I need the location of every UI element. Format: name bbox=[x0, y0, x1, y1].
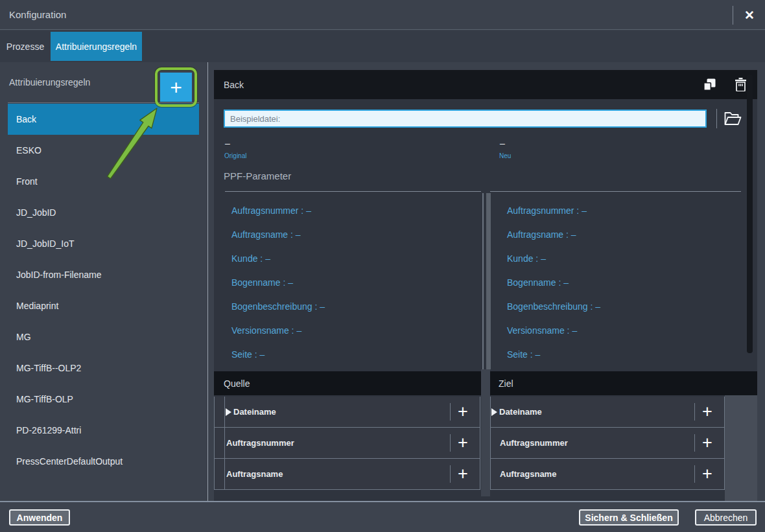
target-row-auftragsnummer[interactable]: Auftragsnummer + bbox=[491, 428, 724, 459]
ppf-parameter-heading: PPF-Parameter bbox=[224, 170, 291, 181]
original-label: Original bbox=[224, 152, 246, 159]
add-target-mapping-button[interactable]: + bbox=[697, 428, 718, 458]
vertical-scrollbar[interactable] bbox=[747, 75, 753, 353]
ppf-field: Kunde : – bbox=[507, 246, 753, 270]
source-row-auftragsname[interactable]: Auftragsname + bbox=[215, 459, 480, 490]
sidebar-item-mg-tiffb--olp2[interactable]: MG-TiffB--OLP2 bbox=[8, 353, 199, 384]
close-icon[interactable]: ✕ bbox=[740, 6, 759, 25]
tab-prozesse[interactable]: Prozesse bbox=[0, 32, 51, 61]
expander-icon[interactable] bbox=[491, 408, 497, 416]
column-divider-line bbox=[482, 193, 484, 369]
save-and-close-button[interactable]: Sichern & Schließen bbox=[579, 509, 679, 526]
ppf-original-column: Auftragsnummer : – Auftragsname : – Kund… bbox=[231, 198, 478, 366]
ppf-field: Auftragsname : – bbox=[231, 222, 478, 246]
annotation-arrow bbox=[97, 97, 169, 188]
add-source-mapping-button[interactable]: + bbox=[453, 459, 473, 489]
add-target-mapping-button[interactable]: + bbox=[697, 397, 718, 427]
column-divider-bar bbox=[486, 193, 491, 369]
target-rows: Dateiname + Auftragsnummer + Auftragsnam… bbox=[490, 397, 725, 490]
sample-file-input[interactable] bbox=[224, 110, 707, 128]
ppf-field: Bogenbeschreibung : – bbox=[231, 294, 478, 318]
sidebar-item-pd-261299-attri[interactable]: PD-261299-Attri bbox=[8, 415, 199, 446]
ppf-field: Kunde : – bbox=[231, 246, 478, 270]
apply-button[interactable]: Anwenden bbox=[9, 509, 70, 526]
ppf-field: Bogenname : – bbox=[507, 270, 753, 294]
titlebar-divider bbox=[733, 6, 733, 25]
input-folder-divider bbox=[716, 109, 717, 128]
sidebar-item-mg[interactable]: MG bbox=[8, 321, 199, 353]
add-source-mapping-button[interactable]: + bbox=[453, 428, 473, 458]
new-label: Neu bbox=[499, 152, 511, 159]
sidebar-item-presscenterdefaultoutput[interactable]: PressCenterDefaultOutput bbox=[8, 446, 199, 477]
column-divider-strip bbox=[481, 369, 490, 496]
dialog-title: Konfiguration bbox=[9, 9, 66, 20]
original-value: – bbox=[225, 138, 230, 148]
rule-detail-panel: Back – Original – Neu PPF-Parameter bbox=[214, 70, 757, 502]
ppf-field: Seite : – bbox=[507, 342, 753, 366]
cancel-button[interactable]: Abbrechen bbox=[695, 509, 757, 526]
ppf-field: Seite : – bbox=[231, 342, 478, 366]
ppf-field: Auftragsnummer : – bbox=[507, 198, 753, 222]
ppf-rule-right bbox=[490, 191, 741, 192]
ppf-field: Versionsname : – bbox=[507, 318, 753, 342]
delete-rule-icon[interactable] bbox=[735, 78, 746, 91]
title-bar: Konfiguration ✕ bbox=[0, 0, 765, 30]
ppf-field: Auftragsnummer : – bbox=[231, 198, 478, 222]
target-row-auftragsname[interactable]: Auftragsname + bbox=[491, 459, 724, 490]
sidebar-header: Attribuierungsregeln bbox=[9, 77, 90, 87]
ppf-field: Bogenbeschreibung : – bbox=[507, 294, 753, 318]
ppf-field: Versionsname : – bbox=[231, 318, 478, 342]
duplicate-rule-icon[interactable] bbox=[703, 78, 716, 91]
add-source-mapping-button[interactable]: + bbox=[453, 397, 473, 427]
source-section-header: Quelle bbox=[214, 371, 481, 395]
source-row-dateiname[interactable]: Dateiname + bbox=[215, 397, 480, 428]
panel-right-gap bbox=[725, 395, 757, 502]
sidebar-main-divider bbox=[207, 62, 208, 502]
footer-bar: Anwenden Sichern & Schließen Abbrechen bbox=[0, 501, 765, 532]
expander-icon[interactable] bbox=[226, 408, 231, 416]
source-rows: Dateiname + Auftragsnummer + Auftragsnam… bbox=[214, 397, 480, 490]
rule-header: Back bbox=[214, 70, 757, 99]
configuration-dialog: Konfiguration ✕ Prozesse Attribuierungsr… bbox=[0, 0, 765, 532]
sidebar-item-jd-jobid[interactable]: JD_JobID bbox=[8, 197, 199, 228]
tab-attribuierungsregeln[interactable]: Attribuierungsregeln bbox=[51, 32, 142, 61]
source-row-auftragsnummer[interactable]: Auftragsnummer + bbox=[215, 428, 480, 459]
target-row-dateiname[interactable]: Dateiname + bbox=[491, 397, 724, 428]
rule-title: Back bbox=[224, 80, 244, 90]
sidebar-item-mediaprint[interactable]: Mediaprint bbox=[8, 290, 199, 321]
ppf-new-column: Auftragsnummer : – Auftragsname : – Kund… bbox=[507, 198, 753, 366]
ppf-rule-left bbox=[225, 191, 481, 192]
browse-folder-icon[interactable] bbox=[724, 111, 742, 126]
sidebar-item-jobid-from-filename[interactable]: JobID-from-Filename bbox=[8, 259, 199, 290]
ppf-field: Auftragsname : – bbox=[507, 222, 753, 246]
sidebar-item-mg-tiffb-olp[interactable]: MG-TiffB-OLP bbox=[8, 384, 199, 415]
sidebar-item-jd-jobid-iot[interactable]: JD_JobID_IoT bbox=[8, 228, 199, 259]
add-target-mapping-button[interactable]: + bbox=[697, 459, 718, 489]
tab-bar: Prozesse Attribuierungsregeln bbox=[0, 30, 765, 62]
target-section-header: Ziel bbox=[490, 371, 757, 395]
new-value: – bbox=[500, 138, 505, 148]
ppf-field: Bogenname : – bbox=[231, 270, 478, 294]
